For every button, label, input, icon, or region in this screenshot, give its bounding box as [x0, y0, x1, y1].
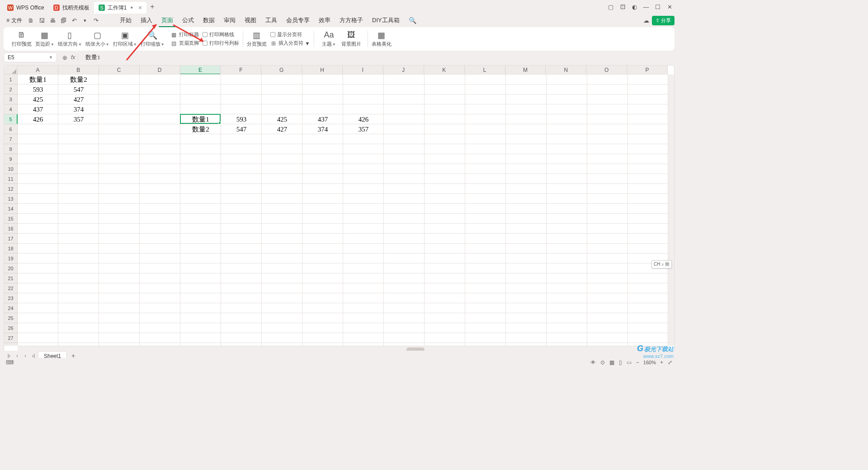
col-header-D[interactable]: D — [140, 66, 180, 74]
menu-审阅[interactable]: 审阅 — [219, 14, 240, 26]
col-header-A[interactable]: A — [18, 66, 58, 74]
row-header-19[interactable]: 19 — [4, 254, 17, 263]
cell-A5[interactable]: 426 — [18, 114, 58, 124]
menu-视图[interactable]: 视图 — [240, 14, 261, 26]
row-header-3[interactable]: 3 — [4, 94, 17, 104]
cell-I6[interactable]: 357 — [343, 124, 384, 134]
app-tab-workbook[interactable]: S 工作簿1 • × — [94, 2, 146, 14]
cell-F6[interactable]: 547 — [221, 124, 262, 134]
zoom-fx-icon[interactable]: ⊕ — [62, 54, 67, 61]
print-preview-icon[interactable]: 🗐 — [58, 17, 68, 24]
row-header-2[interactable]: 2 — [4, 85, 17, 94]
ribbon-页边距[interactable]: ▦页边距▼ — [33, 31, 56, 47]
redo-icon[interactable]: ↷ — [91, 17, 101, 24]
menu-数据[interactable]: 数据 — [198, 14, 219, 26]
row-header-13[interactable]: 13 — [4, 194, 17, 204]
cell-E6[interactable]: 数量2 — [180, 124, 221, 134]
insert-page-break-item[interactable]: ⊞插入分页符▼ — [270, 40, 310, 47]
cell-B2[interactable]: 547 — [58, 85, 99, 94]
row-header-23[interactable]: 23 — [4, 293, 17, 303]
print-icon[interactable]: 🖶 — [47, 17, 57, 24]
save-icon[interactable]: 🖫 — [37, 17, 47, 24]
file-menu[interactable]: ≡ 文件 — [4, 17, 25, 24]
col-header-F[interactable]: F — [221, 66, 261, 74]
row-header-7[interactable]: 7 — [4, 134, 17, 144]
cloud-icon[interactable]: ☁ — [641, 17, 651, 24]
row-header-10[interactable]: 10 — [4, 164, 17, 174]
show-page-break-check[interactable]: 显示分页符 — [270, 31, 310, 38]
col-header-G[interactable]: G — [261, 66, 302, 74]
name-box[interactable]: E5 ▼ — [4, 52, 57, 62]
row-header-20[interactable]: 20 — [4, 263, 17, 273]
undo-dd-icon[interactable]: ▾ — [80, 18, 90, 24]
row-header-18[interactable]: 18 — [4, 244, 17, 254]
menu-公式[interactable]: 公式 — [178, 14, 198, 26]
focus-icon[interactable]: ⊙ — [598, 359, 607, 366]
row-header-11[interactable]: 11 — [4, 174, 17, 184]
col-header-L[interactable]: L — [465, 66, 505, 74]
ribbon-打印缩放[interactable]: 🔍打印缩放▼ — [139, 31, 166, 47]
row-header-12[interactable]: 12 — [4, 184, 17, 194]
print-titles-item[interactable]: ▦打印标题 — [171, 31, 199, 38]
zoom-level[interactable]: 160% — [642, 360, 658, 365]
cell-H5[interactable]: 437 — [302, 114, 343, 124]
new-icon[interactable]: 🗎 — [26, 17, 36, 24]
ribbon-主题[interactable]: Aa主题▼ — [319, 31, 340, 47]
minimize-button[interactable]: — — [640, 4, 652, 10]
cell-F5[interactable]: 593 — [221, 114, 262, 124]
print-gridlines-check[interactable]: 打印网格线 — [203, 31, 239, 38]
row-header-4[interactable]: 4 — [4, 104, 17, 114]
col-header-M[interactable]: M — [505, 66, 546, 74]
ribbon-打印区域[interactable]: ▣打印区域▼ — [111, 31, 139, 47]
cell-B1[interactable]: 数量2 — [58, 75, 99, 85]
spreadsheet-grid[interactable]: ABCDEFGHIJKLMNOP 12345678910111213141516… — [4, 65, 675, 353]
cell-E5[interactable]: 数量1 — [180, 114, 221, 124]
menu-工具[interactable]: 工具 — [261, 14, 282, 26]
table-beautify-button[interactable]: ▦表格美化 — [370, 29, 393, 49]
window-cube-icon[interactable]: ⚀ — [617, 4, 628, 10]
maximize-button[interactable]: ☐ — [652, 4, 664, 10]
close-button[interactable]: ✕ — [664, 4, 675, 10]
col-header-K[interactable]: K — [424, 66, 465, 74]
user-avatar-icon[interactable]: ◐ — [628, 4, 640, 10]
view-break-icon[interactable]: ▭ — [624, 359, 634, 366]
row-header-16[interactable]: 16 — [4, 224, 17, 234]
column-headers[interactable]: ABCDEFGHIJKLMNOP — [18, 66, 668, 75]
cell-H6[interactable]: 374 — [302, 124, 343, 134]
col-header-J[interactable]: J — [383, 66, 424, 74]
app-tab-template[interactable]: D 找稻壳模板 — [49, 2, 94, 14]
menu-方方格子[interactable]: 方方格子 — [335, 14, 368, 26]
row-header-25[interactable]: 25 — [4, 313, 17, 323]
row-header-14[interactable]: 14 — [4, 204, 17, 214]
fullscreen-icon[interactable]: ⤢ — [665, 359, 675, 366]
cell-G5[interactable]: 425 — [262, 114, 302, 124]
ribbon-背景图片[interactable]: 🖼背景图片 — [340, 31, 363, 47]
col-header-B[interactable]: B — [58, 66, 99, 74]
cell-B5[interactable]: 357 — [58, 114, 99, 124]
print-rowcol-check[interactable]: 打印行号列标 — [203, 40, 239, 47]
row-header-1[interactable]: 1 — [4, 75, 17, 85]
ime-indicator[interactable]: CH ♪ 简 — [651, 260, 672, 268]
ribbon-纸张方向[interactable]: ▯纸张方向▼ — [56, 31, 84, 47]
ribbon-纸张大小[interactable]: ▢纸张大小▼ — [84, 31, 111, 47]
row-header-22[interactable]: 22 — [4, 283, 17, 293]
window-layout-icon[interactable]: ▢ — [605, 4, 617, 10]
zoom-out-icon[interactable]: − — [634, 359, 642, 366]
undo-icon[interactable]: ↶ — [69, 17, 79, 24]
ribbon-打印预览[interactable]: 🗎打印预览 — [10, 31, 33, 47]
zoom-in-icon[interactable]: + — [658, 359, 665, 366]
row-header-6[interactable]: 6 — [4, 124, 17, 134]
col-header-E[interactable]: E — [180, 66, 221, 74]
col-header-I[interactable]: I — [343, 66, 383, 74]
cell-B3[interactable]: 427 — [58, 94, 99, 104]
cell-A2[interactable]: 593 — [18, 85, 58, 94]
add-tab-button[interactable]: + — [146, 3, 158, 11]
menu-开始[interactable]: 开始 — [115, 14, 136, 26]
cell-A4[interactable]: 437 — [18, 104, 58, 114]
header-footer-item[interactable]: ▤页眉页脚 — [171, 40, 199, 47]
col-header-C[interactable]: C — [99, 66, 140, 74]
cell-I5[interactable]: 426 — [343, 114, 384, 124]
row-header-15[interactable]: 15 — [4, 214, 17, 224]
col-header-N[interactable]: N — [546, 66, 586, 74]
tab-close-icon[interactable]: × — [138, 4, 142, 11]
